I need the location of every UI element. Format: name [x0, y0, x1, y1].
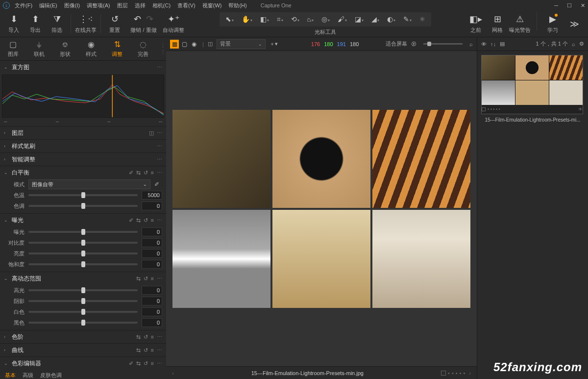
- chevron-down-icon[interactable]: ⌄: [4, 170, 9, 175]
- menu-edit[interactable]: 编辑(E): [39, 2, 57, 9]
- chevron-down-icon[interactable]: ⌄: [4, 65, 9, 70]
- export-button[interactable]: ⬆导出: [25, 12, 45, 36]
- tab-refine[interactable]: ◌完善: [130, 37, 156, 60]
- filter-icon[interactable]: ▤: [500, 41, 505, 47]
- preset-icon[interactable]: ≡: [151, 276, 154, 282]
- section-menu-icon[interactable]: ⋯: [157, 64, 162, 71]
- prev-icon[interactable]: ‹: [172, 370, 174, 376]
- section-menu-icon[interactable]: ⋯: [157, 170, 162, 176]
- contrast-slider[interactable]: [28, 242, 138, 244]
- chevron-right-icon[interactable]: ›: [4, 334, 9, 339]
- preset-icon[interactable]: ≡: [151, 170, 154, 176]
- section-menu-icon[interactable]: ⋯: [157, 217, 162, 224]
- import-button[interactable]: ⬇导入: [4, 12, 24, 36]
- view-proof-icon[interactable]: ◉: [190, 40, 198, 49]
- picker-icon[interactable]: ✐: [129, 170, 133, 176]
- layer-menu-icon[interactable]: ⋯: [157, 130, 162, 136]
- undo-redo-button[interactable]: ↶ ↷撤销 / 重做: [126, 12, 161, 36]
- copy-icon[interactable]: ⇆: [136, 276, 141, 282]
- eraser-tool[interactable]: ◪▾: [353, 14, 366, 24]
- zoom-slider[interactable]: [423, 43, 463, 45]
- chevron-right-icon[interactable]: ›: [4, 157, 9, 162]
- menu-image[interactable]: 图像(I): [64, 2, 80, 9]
- tab-style[interactable]: ◉样式: [78, 37, 104, 60]
- wh-slider[interactable]: [28, 311, 138, 313]
- exposure-warning-button[interactable]: ⚠曝光警告: [509, 12, 531, 36]
- picker-icon[interactable]: ✐: [129, 360, 133, 367]
- chevron-down-icon[interactable]: ⌄: [4, 276, 9, 281]
- exp-slider[interactable]: [28, 231, 138, 233]
- preset-icon[interactable]: ≡: [151, 217, 154, 224]
- tint-value[interactable]: 0: [142, 202, 162, 210]
- section-menu-icon[interactable]: ⋯: [157, 334, 162, 340]
- preset-icon[interactable]: ≡: [151, 360, 154, 367]
- reset-icon[interactable]: ↺: [144, 276, 148, 282]
- reset-icon[interactable]: ↺: [144, 347, 148, 354]
- sh-slider[interactable]: [28, 300, 138, 302]
- bright-value[interactable]: 0: [142, 249, 162, 258]
- menu-window[interactable]: 视窗(W): [202, 2, 222, 9]
- wb-mode-dropdown[interactable]: 图像自带⌄: [28, 179, 150, 189]
- tint-slider[interactable]: [28, 205, 138, 207]
- menu-help[interactable]: 帮助(H): [228, 2, 246, 9]
- reset-icon[interactable]: ↺: [144, 170, 148, 176]
- grid-button[interactable]: ⊞网格: [488, 12, 507, 36]
- contrast-value[interactable]: 0: [142, 238, 162, 247]
- view-single-icon[interactable]: ▢: [180, 40, 189, 49]
- section-menu-icon[interactable]: ⋯: [157, 347, 162, 354]
- filter-button[interactable]: ⧩筛选: [47, 12, 67, 36]
- copy-icon[interactable]: ⇆: [136, 217, 141, 224]
- preset-icon[interactable]: ≡: [151, 347, 154, 354]
- chevron-right-icon[interactable]: ›: [4, 130, 9, 135]
- reset-icon[interactable]: ↺: [144, 217, 148, 224]
- add-layer-icon[interactable]: ＋▾: [270, 40, 278, 48]
- coloredit-tab-skin[interactable]: 皮肤色调: [40, 372, 62, 379]
- minimize-icon[interactable]: ─: [554, 2, 558, 9]
- hand-tool[interactable]: ✋▾: [240, 14, 254, 24]
- eye-icon[interactable]: 👁: [481, 41, 487, 47]
- radial-tool[interactable]: ◐▾: [385, 14, 397, 24]
- copy-icon[interactable]: ⇆: [136, 170, 141, 176]
- menu-layer[interactable]: 图层: [117, 2, 128, 9]
- wh-value[interactable]: 0: [142, 307, 162, 316]
- heal-tool[interactable]: ✎▾: [401, 14, 414, 24]
- bl-value[interactable]: 0: [142, 318, 162, 327]
- reset-icon[interactable]: ↺: [144, 334, 148, 340]
- hl-value[interactable]: 0: [142, 286, 162, 295]
- temp-slider[interactable]: [28, 194, 138, 196]
- section-menu-icon[interactable]: ⋯: [157, 276, 162, 282]
- menu-camera[interactable]: 相机(C): [152, 2, 171, 9]
- search-icon[interactable]: ⌕: [572, 41, 575, 47]
- reset-button[interactable]: ↺重置: [105, 12, 124, 36]
- preset-icon[interactable]: ≡: [151, 334, 154, 340]
- brush-tool[interactable]: 🖌▾: [336, 14, 349, 24]
- auto-adjust-button[interactable]: ✦⁺自动调整: [163, 12, 184, 36]
- gradient-tool[interactable]: ◢▾: [369, 14, 381, 24]
- coloredit-tab-basic[interactable]: 基本: [5, 372, 16, 379]
- zoom-out-icon[interactable]: ⦿: [411, 41, 416, 47]
- close-icon[interactable]: ✕: [581, 2, 585, 9]
- image-canvas[interactable]: [166, 51, 477, 366]
- next-icon[interactable]: ›: [469, 370, 471, 376]
- maximize-icon[interactable]: ☐: [567, 2, 572, 9]
- copy-icon[interactable]: ⇆: [136, 360, 141, 367]
- share-button[interactable]: ⋮⁖在线共享: [75, 12, 97, 36]
- spot-tool[interactable]: ◎▾: [319, 14, 332, 24]
- reset-icon[interactable]: ↺: [144, 360, 148, 367]
- chevron-right-icon[interactable]: ›: [4, 144, 9, 149]
- eyedropper-icon[interactable]: ✐: [154, 181, 162, 188]
- chevron-right-icon[interactable]: ›: [4, 348, 9, 353]
- rotate-tool[interactable]: ⟲▾: [289, 14, 301, 24]
- section-menu-icon[interactable]: ⋯: [157, 143, 162, 150]
- copy-icon[interactable]: ⇆: [136, 347, 141, 354]
- menu-file[interactable]: 文件(F): [15, 2, 32, 9]
- pointer-tool[interactable]: ⬉▾: [223, 14, 236, 24]
- coloredit-tab-advanced[interactable]: 高级: [23, 372, 33, 379]
- layer-add-icon[interactable]: ◫: [149, 130, 154, 136]
- sat-slider[interactable]: [28, 263, 138, 265]
- bright-slider[interactable]: [28, 253, 138, 254]
- sh-value[interactable]: 0: [142, 297, 162, 305]
- chevron-down-icon[interactable]: ⌄: [4, 361, 9, 366]
- chevron-down-icon[interactable]: ⌄: [4, 218, 9, 223]
- menu-adjust[interactable]: 调整项(A): [87, 2, 110, 9]
